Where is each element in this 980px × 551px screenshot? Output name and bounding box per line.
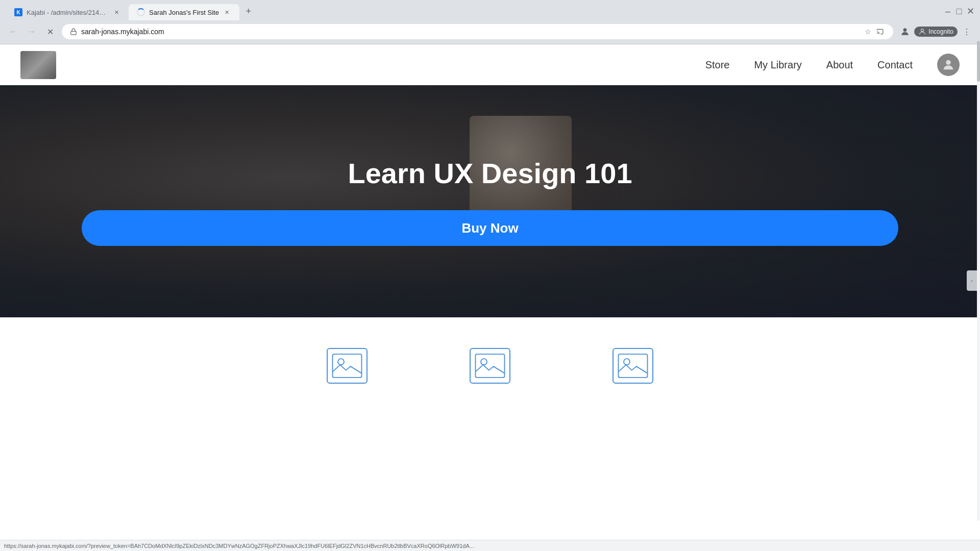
svg-rect-9 [619,354,648,378]
tab-spinner [137,8,145,16]
address-bar[interactable]: sarah-jonas.mykajabi.com ☆ [61,23,894,40]
nav-contact[interactable]: Contact [877,59,913,71]
cast-icon[interactable] [875,27,885,37]
svg-point-4 [946,60,950,65]
incognito-badge: Incognito [914,27,958,37]
site-header: Store My Library About Contact [0,44,980,85]
svg-point-8 [481,359,487,365]
site-content: Store My Library About Contact Learn UX … [0,44,980,551]
image-placeholder-icon-2 [470,348,510,384]
status-bar: https://sarah-jonas.mykajabi.com/?previe… [0,540,980,551]
browser-chrome: K Kajabi - /admin/sites/214764716... ✕ S… [0,0,980,44]
incognito-label: Incognito [928,28,953,35]
tab-sarah-jonas-label: Sarah Jonas's First Site [149,9,219,16]
svg-point-2 [903,28,907,32]
site-logo[interactable] [20,51,56,79]
maximize-button[interactable]: □ [955,8,963,15]
browser-menu-button[interactable]: ⋮ [960,24,974,39]
svg-rect-7 [476,354,505,378]
tab-sarah-jonas[interactable]: Sarah Jonas's First Site ✕ [129,4,239,20]
hero-title: Learn UX Design 101 [348,157,632,190]
tab-kajabi-close[interactable]: ✕ [112,8,120,16]
image-placeholder-2 [470,348,510,384]
tab-kajabi-label: Kajabi - /admin/sites/214764716... [27,9,108,16]
minimize-button[interactable]: – [944,8,951,15]
buy-now-button[interactable]: Buy Now [82,210,898,246]
close-button[interactable]: ✕ [967,8,974,15]
nav-store[interactable]: Store [705,59,730,71]
svg-point-3 [921,29,924,32]
svg-point-10 [624,359,630,365]
image-placeholder-3 [612,348,653,384]
image-placeholder-1 [327,348,368,384]
svg-point-6 [338,359,344,365]
hero-background [0,85,980,317]
image-placeholder-icon-3 [612,348,653,384]
nav-about[interactable]: About [826,59,853,71]
lock-icon [70,28,77,35]
scrollbar-thumb[interactable] [977,41,980,82]
url-text: sarah-jonas.mykajabi.com [81,28,859,36]
status-url: https://sarah-jonas.mykajabi.com/?previe… [4,543,474,549]
below-hero-section [0,317,980,404]
incognito-icon [898,24,912,39]
forward-button[interactable]: → [24,24,39,39]
stop-reload-button[interactable]: ✕ [43,24,57,39]
scrollbar[interactable]: ‹ [977,41,980,520]
svg-rect-0 [71,31,77,34]
back-button[interactable]: ← [6,24,20,39]
bookmark-star-icon[interactable]: ☆ [863,27,873,37]
new-tab-button[interactable]: + [241,4,256,18]
sidebar-expand-arrow[interactable]: ‹ [967,270,977,291]
image-placeholder-icon-1 [327,348,368,384]
tab-kajabi[interactable]: K Kajabi - /admin/sites/214764716... ✕ [6,4,129,20]
hero-section: Learn UX Design 101 Buy Now [0,85,980,317]
nav-my-library[interactable]: My Library [754,59,801,71]
user-avatar[interactable] [937,54,960,76]
svg-rect-5 [333,354,362,378]
tab-sarah-jonas-close[interactable]: ✕ [223,8,231,16]
site-nav: Store My Library About Contact [705,54,960,76]
logo-image [20,51,56,79]
